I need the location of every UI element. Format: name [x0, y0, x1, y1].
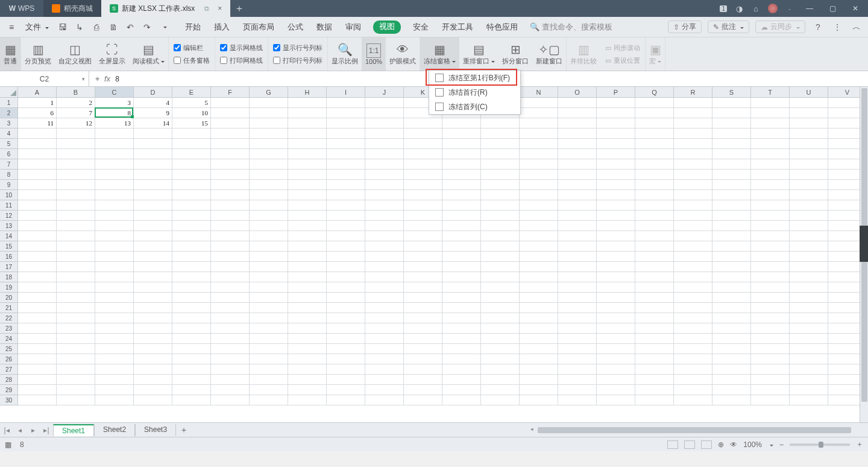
- cell[interactable]: [57, 221, 95, 231]
- row-header[interactable]: 10: [0, 190, 18, 200]
- cell[interactable]: [597, 170, 635, 180]
- cell[interactable]: [442, 170, 481, 180]
- cell[interactable]: [18, 375, 57, 385]
- cell[interactable]: [365, 323, 404, 334]
- cell[interactable]: [250, 385, 288, 395]
- cell[interactable]: [558, 375, 597, 385]
- cell[interactable]: [481, 200, 520, 211]
- cell[interactable]: [674, 231, 712, 241]
- cell[interactable]: [211, 395, 250, 405]
- maximize-button[interactable]: ▢: [825, 4, 840, 13]
- cell[interactable]: [134, 180, 172, 190]
- cell[interactable]: [288, 344, 327, 354]
- cell[interactable]: [635, 272, 674, 282]
- cell[interactable]: [211, 200, 250, 211]
- cell[interactable]: [558, 149, 597, 159]
- cell[interactable]: [442, 200, 481, 211]
- cell[interactable]: [95, 375, 134, 385]
- cell[interactable]: [404, 313, 442, 323]
- cell[interactable]: [57, 272, 95, 282]
- cell[interactable]: [250, 293, 288, 303]
- cell[interactable]: [597, 334, 635, 344]
- cell[interactable]: [211, 118, 250, 129]
- view-normal[interactable]: ▦普通: [0, 37, 21, 71]
- cell[interactable]: [751, 108, 790, 118]
- cell[interactable]: [674, 272, 712, 282]
- cell[interactable]: [327, 385, 365, 395]
- cell[interactable]: [211, 98, 250, 108]
- file-menu[interactable]: 文件: [22, 21, 52, 34]
- cell[interactable]: [790, 334, 828, 344]
- cell[interactable]: [250, 364, 288, 375]
- cell[interactable]: [558, 385, 597, 395]
- cell[interactable]: [712, 200, 751, 211]
- cell[interactable]: [18, 170, 57, 180]
- cell[interactable]: [712, 354, 751, 364]
- row-header[interactable]: 30: [0, 395, 18, 405]
- cell[interactable]: [18, 395, 57, 405]
- cell[interactable]: [57, 262, 95, 272]
- cell[interactable]: [288, 364, 327, 375]
- cell[interactable]: [95, 262, 134, 272]
- cell[interactable]: [18, 231, 57, 241]
- cell[interactable]: [365, 385, 404, 395]
- cell[interactable]: [635, 334, 674, 344]
- cell[interactable]: [558, 200, 597, 211]
- cell[interactable]: [751, 139, 790, 149]
- cell[interactable]: [597, 241, 635, 252]
- cell[interactable]: 14: [134, 118, 172, 129]
- col-header-H[interactable]: H: [288, 87, 327, 97]
- cell[interactable]: [674, 364, 712, 375]
- cell[interactable]: [481, 344, 520, 354]
- cell[interactable]: [635, 159, 674, 170]
- cell[interactable]: [18, 200, 57, 211]
- sheet-tab-Sheet1[interactable]: Sheet1: [53, 424, 94, 436]
- cell[interactable]: [712, 385, 751, 395]
- cell[interactable]: [481, 180, 520, 190]
- cell[interactable]: [250, 139, 288, 149]
- cell[interactable]: [134, 395, 172, 405]
- cell[interactable]: [327, 129, 365, 139]
- cell[interactable]: 3: [95, 98, 134, 108]
- cell[interactable]: [597, 221, 635, 231]
- cell[interactable]: [520, 241, 558, 252]
- cell[interactable]: [597, 344, 635, 354]
- cell[interactable]: [635, 190, 674, 200]
- cell[interactable]: [172, 149, 211, 159]
- cell[interactable]: [288, 241, 327, 252]
- cell[interactable]: [134, 241, 172, 252]
- cell[interactable]: [211, 272, 250, 282]
- cell[interactable]: [481, 272, 520, 282]
- cell[interactable]: [442, 385, 481, 395]
- cell[interactable]: [250, 313, 288, 323]
- cell[interactable]: [404, 323, 442, 334]
- cell[interactable]: [172, 211, 211, 221]
- cell[interactable]: [211, 108, 250, 118]
- cell[interactable]: [751, 293, 790, 303]
- cell[interactable]: [134, 170, 172, 180]
- cell[interactable]: [712, 170, 751, 180]
- cell[interactable]: [481, 364, 520, 375]
- cell[interactable]: [134, 252, 172, 262]
- cell[interactable]: [365, 375, 404, 385]
- cell[interactable]: [365, 354, 404, 364]
- cell[interactable]: [558, 170, 597, 180]
- cell[interactable]: [211, 334, 250, 344]
- cell[interactable]: [635, 149, 674, 159]
- cell[interactable]: [790, 180, 828, 190]
- cell[interactable]: [674, 334, 712, 344]
- cell[interactable]: [57, 190, 95, 200]
- cell[interactable]: [95, 129, 134, 139]
- command-search[interactable]: 🔍 查找命令、搜索模板: [530, 22, 612, 33]
- cell[interactable]: [288, 149, 327, 159]
- cell[interactable]: [520, 375, 558, 385]
- cell[interactable]: [57, 170, 95, 180]
- row-header[interactable]: 27: [0, 364, 18, 375]
- cell[interactable]: [481, 262, 520, 272]
- cell[interactable]: [481, 252, 520, 262]
- cell[interactable]: [404, 344, 442, 354]
- chevron-down-icon[interactable]: ▾: [82, 76, 85, 82]
- cell[interactable]: [327, 375, 365, 385]
- cell[interactable]: [211, 211, 250, 221]
- cell[interactable]: [558, 211, 597, 221]
